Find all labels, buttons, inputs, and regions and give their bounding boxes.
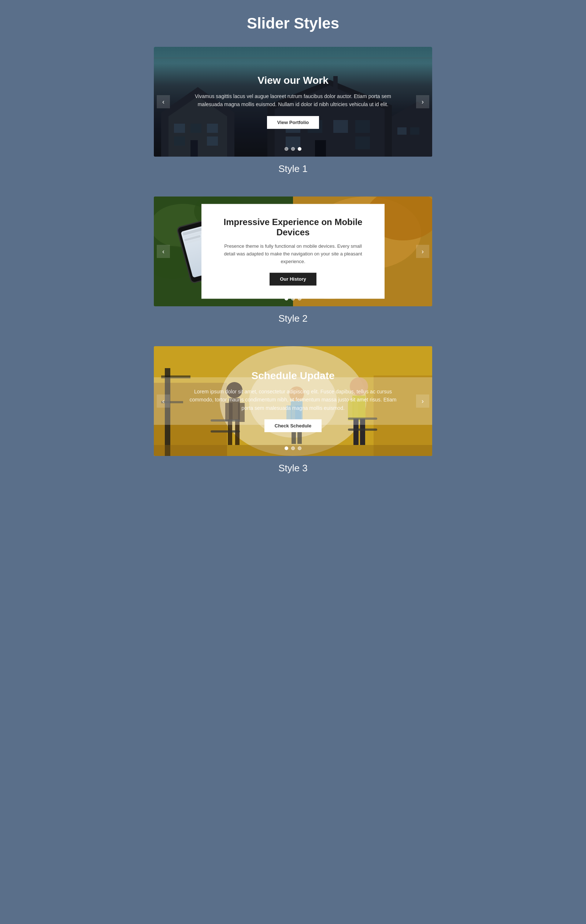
slider3-style-label: Style 3 (154, 462, 432, 474)
left-arrow-icon-3: ‹ (162, 398, 164, 405)
slider3-cta-button[interactable]: Check Schedule (265, 419, 321, 432)
slider3-next-button[interactable]: › (416, 394, 429, 408)
slider-1-section: ‹ View our Work Vivamus sagittis lacus v… (154, 47, 432, 189)
slider3-description: Lorem ipsum dolor sit amet, consectetur … (183, 388, 403, 412)
slider3-dot-2[interactable] (291, 446, 295, 450)
right-arrow-icon: › (422, 98, 424, 106)
slider-3-section: ‹ Schedule Update Lorem ipsum dolor sit … (154, 346, 432, 488)
slider2-title: Impressive Experience on Mobile Devices (220, 217, 366, 238)
slider-2: ‹ Impressive Experience on Mobile Device… (154, 196, 432, 306)
svg-rect-6 (207, 137, 218, 146)
slider-1: ‹ View our Work Vivamus sagittis lacus v… (154, 47, 432, 157)
svg-rect-19 (410, 127, 419, 135)
slider1-dot-3[interactable] (298, 147, 301, 151)
slider2-dot-1[interactable] (285, 297, 288, 300)
slider1-next-button[interactable]: › (416, 95, 429, 108)
slider3-dot-3[interactable] (298, 446, 301, 450)
slider1-content: View our Work Vivamus sagittis lacus vel… (183, 75, 403, 129)
slider1-title: View our Work (183, 75, 403, 86)
slider2-prev-button[interactable]: ‹ (157, 245, 170, 258)
page-title: Slider Styles (247, 15, 339, 32)
slider-2-section: ‹ Impressive Experience on Mobile Device… (154, 196, 432, 339)
left-arrow-icon: ‹ (162, 98, 164, 106)
slider1-dots (285, 147, 301, 151)
slider-3: ‹ Schedule Update Lorem ipsum dolor sit … (154, 346, 432, 456)
slider3-dot-1[interactable] (285, 446, 288, 450)
slider1-dot-1[interactable] (285, 147, 288, 151)
slider2-dot-2[interactable] (291, 297, 295, 300)
slider2-style-label: Style 2 (154, 313, 432, 324)
slider1-description: Vivamus sagittis lacus vel augue laoreet… (183, 92, 403, 109)
slider2-content-box: Impressive Experience on Mobile Devices … (202, 204, 384, 299)
slider2-next-button[interactable]: › (416, 245, 429, 258)
slider3-prev-button[interactable]: ‹ (157, 394, 170, 408)
slider3-title: Schedule Update (183, 370, 403, 382)
slider2-description: Presence theme is fully functional on mo… (220, 243, 366, 265)
slider1-prev-button[interactable]: ‹ (157, 95, 170, 108)
svg-rect-5 (174, 137, 185, 146)
slider3-content: Schedule Update Lorem ipsum dolor sit am… (183, 370, 403, 432)
svg-rect-7 (190, 140, 198, 157)
left-arrow-icon-2: ‹ (162, 248, 164, 256)
slider1-dot-2[interactable] (291, 147, 295, 151)
slider2-dots (285, 297, 301, 300)
slider1-cta-button[interactable]: View Portfolio (267, 116, 319, 129)
slider2-dot-3[interactable] (298, 297, 301, 300)
wire-decoration (154, 58, 432, 58)
right-arrow-icon-2: › (422, 248, 424, 256)
svg-rect-16 (315, 140, 326, 157)
svg-rect-15 (355, 137, 370, 149)
right-arrow-icon-3: › (422, 398, 424, 405)
slider3-dots (285, 446, 301, 450)
slider2-cta-button[interactable]: Our History (270, 273, 316, 286)
slider1-style-label: Style 1 (154, 163, 432, 175)
